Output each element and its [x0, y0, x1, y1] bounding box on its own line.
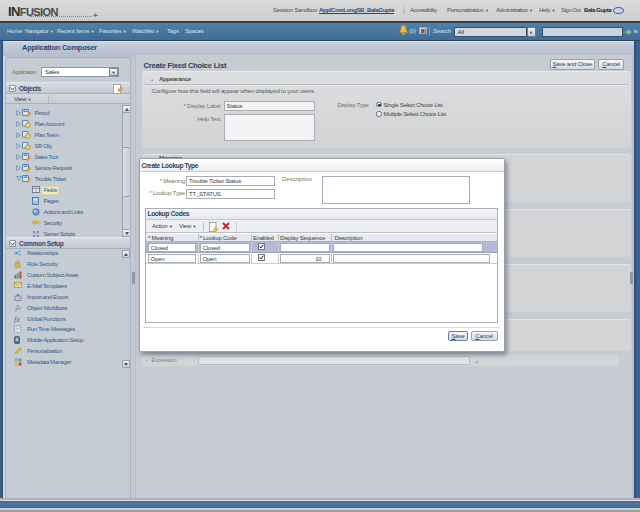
svg-text:fx: fx [14, 315, 20, 323]
